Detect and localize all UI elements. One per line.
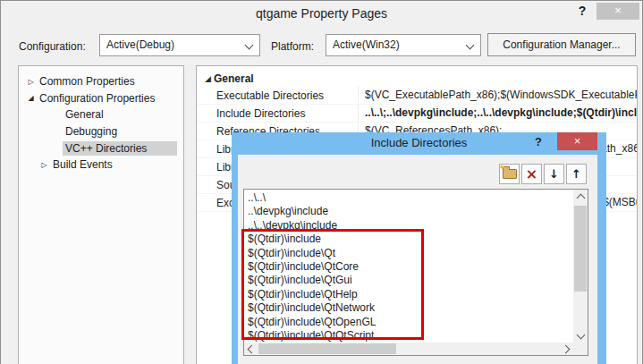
scroll-right-icon [562,344,571,353]
directory-entry[interactable]: $(Qtdir)\include [248,233,573,246]
directories-text[interactable]: ..\..\..\devpkg\include..\..\devpkg\incl… [244,190,573,343]
directory-entry[interactable]: ..\..\devpkg\include [248,219,573,233]
property-name: Include Directories [197,107,358,120]
property-pages-window: qtgame Property Pages ? × Configuration:… [0,0,643,364]
property-value[interactable]: $(VC_ExecutablePath_x86);$(WindowsSDK_Ex… [358,87,637,104]
configuration-dropdown[interactable]: Active(Debug) [99,34,260,56]
tree-item-label: VC++ Directories [63,141,177,156]
tree-item[interactable]: ▷ Build Events [19,157,183,174]
tree-item-label: Common Properties [37,74,138,89]
configuration-label: Configuration: [19,40,86,53]
arrow-down-icon: ↓ [549,168,559,181]
platform-dropdown[interactable]: Active(Win32) [326,34,481,56]
directories-list[interactable]: ..\..\..\devpkg\include..\..\devpkg\incl… [243,189,588,356]
horizontal-scrollbar-thumb[interactable] [258,343,396,354]
scroll-left-icon [248,344,257,353]
category-header[interactable]: ◢ General [197,70,637,87]
new-line-button[interactable]: ✦ [499,164,520,184]
property-row[interactable]: Include Directories ..\..\;..\devpkg\inc… [197,105,637,123]
sparkle-icon: ✦ [499,163,506,172]
tree-item[interactable]: ▷ Common Properties [19,73,183,90]
scroll-left-button[interactable] [244,343,257,355]
directory-entry[interactable]: $(Qtdir)\include\QtNetwork [248,301,573,315]
vertical-scrollbar[interactable] [573,190,588,343]
expander-icon[interactable]: ◢ [25,94,37,102]
scroll-down-icon [576,330,585,339]
chevron-down-icon [245,41,254,50]
dialog-content: ✦ × ↓ ↑ ..\..\..\devpkg\include..\..\dev… [238,155,597,364]
property-row[interactable]: Executable Directories $(VC_ExecutablePa… [197,87,637,105]
configuration-dropdown-value: Active(Debug) [106,38,174,51]
window-title: qtgame Property Pages [1,6,642,21]
platform-label: Platform: [271,40,314,53]
move-up-button[interactable]: ↑ [566,164,587,184]
arrow-up-icon: ↑ [571,168,581,181]
configuration-manager-button[interactable]: Configuration Manager... [487,33,636,56]
directory-entry[interactable]: ..\devpkg\include [248,205,573,218]
tree-item[interactable]: ◢ Configuration Properties [19,90,183,107]
scroll-right-button[interactable] [561,343,573,355]
directory-entry[interactable]: $(Qtdir)\include\QtHelp [248,288,573,301]
move-down-button[interactable]: ↓ [544,164,564,184]
tree-item[interactable]: VC++ Directories [19,140,183,157]
delete-line-button[interactable]: × [521,164,542,184]
dialog-title: Include Directories [232,136,606,149]
directory-entry[interactable]: $(Qtdir)\include\QtCore [248,260,573,274]
property-name: Executable Directories [197,89,358,102]
directory-entry[interactable]: $(Qtdir)\include\QtGui [248,274,573,287]
close-button[interactable]: × [596,3,639,20]
scroll-up-button[interactable] [573,190,588,204]
tree-item[interactable]: General [19,106,183,123]
property-value[interactable]: ..\..\;..\devpkg\include;..\..\devpkg\in… [358,105,637,122]
dialog-close-button[interactable]: × [557,132,597,150]
directory-entry[interactable]: $(Qtdir)\include\QtQtScript [248,329,573,343]
include-directories-dialog: Include Directories ? × ✦ × ↓ ↑ ..\..\..… [232,132,606,364]
scrollbar-corner [573,343,588,355]
vertical-scrollbar-thumb[interactable] [574,206,587,292]
tree-item-label: General [63,107,106,122]
directory-entry[interactable]: ..\..\ [248,191,573,205]
new-folder-icon: ✦ [503,169,517,179]
tree-item-label: Debugging [63,124,120,139]
horizontal-scrollbar[interactable] [244,343,573,355]
dialog-help-icon[interactable]: ? [535,135,542,148]
help-icon[interactable]: ? [574,4,590,18]
tree-item-label: Configuration Properties [37,91,157,106]
collapse-icon[interactable]: ◢ [202,74,214,83]
tree-item[interactable]: Debugging [19,123,183,140]
pages-tree: ▷ Common Properties ◢ Configuration Prop… [18,65,184,364]
directory-entry[interactable]: $(Qtdir)\include\QtOpenGL [248,316,573,329]
tree-item-label: Build Events [50,157,115,172]
scroll-down-button[interactable] [573,328,588,343]
category-label: General [214,72,254,85]
delete-icon: × [526,167,537,182]
chevron-down-icon [466,41,475,50]
scroll-up-icon [576,194,585,203]
platform-dropdown-value: Active(Win32) [333,38,400,51]
expander-icon[interactable]: ▷ [38,161,50,169]
directory-entry[interactable]: $(Qtdir)\include\Qt [248,247,573,260]
expander-icon[interactable]: ▷ [25,78,37,86]
